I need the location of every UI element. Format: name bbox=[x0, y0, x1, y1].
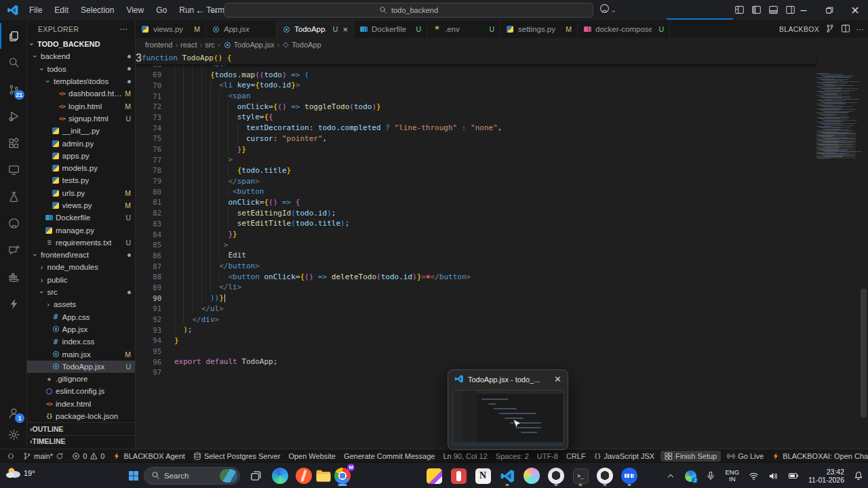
tab-docker-compose-yml[interactable]: docker-compose.ymlU bbox=[578, 20, 670, 38]
tree-item-assets[interactable]: ›assets bbox=[27, 298, 135, 310]
code-line[interactable]: 89</li> bbox=[136, 282, 814, 293]
tree-item-dashboard-html[interactable]: <>dashboard.htmlM bbox=[27, 87, 135, 100]
code-line[interactable]: 69{todos.map((todo) => ( bbox=[136, 69, 814, 80]
toggle-panel-icon[interactable] bbox=[768, 5, 778, 18]
section-timeline[interactable]: ›TIMELINE bbox=[27, 435, 135, 447]
pull-request-icon[interactable] bbox=[825, 24, 835, 35]
battery-icon[interactable] bbox=[783, 463, 804, 488]
code-line[interactable]: 72onClick={() => toggleTodo(todo)} bbox=[136, 101, 814, 112]
code-line[interactable]: 80<button bbox=[136, 186, 814, 197]
code-line[interactable]: 94} bbox=[136, 336, 814, 346]
status-item-finish-setup[interactable]: Finish Setup bbox=[660, 451, 721, 462]
tree-item-apps-py[interactable]: apps.py bbox=[27, 150, 135, 162]
tree-item-templates-todos[interactable]: ›templates\todos bbox=[27, 75, 135, 87]
preview-thumbnail[interactable] bbox=[452, 390, 564, 445]
activity-extensions-icon[interactable] bbox=[0, 130, 27, 156]
tree-item-package-lock-json[interactable]: {}package-lock.json bbox=[27, 410, 135, 422]
taskbar-app-red-icon[interactable] bbox=[448, 466, 469, 486]
tree-item-login-html[interactable]: <>login.htmlM bbox=[27, 100, 135, 112]
taskbar-opera-icon[interactable] bbox=[294, 466, 314, 486]
code-line[interactable]: 87</button> bbox=[136, 261, 814, 272]
menu-file[interactable]: File bbox=[23, 0, 48, 20]
status-item-ln-90-col-12[interactable]: Ln 90, Col 12 bbox=[439, 449, 491, 462]
tree-root[interactable]: › TODO_BACKEND bbox=[27, 38, 135, 50]
taskbar-app-circle-b-icon[interactable] bbox=[595, 466, 615, 486]
activity-source-control-icon[interactable]: 21 bbox=[0, 77, 27, 102]
activity-search-icon[interactable] bbox=[0, 50, 27, 76]
tree-item-frontend-react[interactable]: ›frontend\react bbox=[27, 249, 135, 261]
tab-dockerfile[interactable]: DockerfileU bbox=[354, 20, 427, 38]
taskbar-search-box[interactable]: Search bbox=[144, 467, 240, 485]
tree-item-todos[interactable]: ›todos bbox=[27, 63, 135, 75]
code-line[interactable]: 79</span> bbox=[136, 176, 814, 186]
code-line[interactable]: 96export default TodoApp; bbox=[136, 357, 814, 367]
status-item-crlf[interactable]: CRLF bbox=[562, 449, 590, 462]
code-line[interactable]: 91</ul> bbox=[136, 304, 814, 314]
code-line[interactable]: 78{todo.title} bbox=[136, 165, 814, 176]
menu-edit[interactable]: Edit bbox=[48, 0, 75, 20]
taskbar-app-yellow-icon[interactable] bbox=[424, 466, 444, 486]
explorer-more-actions-icon[interactable]: ⋯ bbox=[119, 24, 128, 34]
editor-more-actions-icon[interactable]: ⋯ bbox=[856, 25, 864, 34]
activity-settings-icon[interactable] bbox=[0, 422, 27, 447]
tree-item-models-py[interactable]: models.py bbox=[27, 162, 135, 174]
status-item-0[interactable]: 00 bbox=[68, 449, 108, 462]
tree-item-public[interactable]: ›public bbox=[27, 274, 135, 286]
tree-item-signup-html[interactable]: <>signup.htmlU bbox=[27, 113, 135, 125]
code-line[interactable]: 95 bbox=[136, 346, 814, 357]
code-line[interactable]: 81onClick={() => { bbox=[136, 197, 814, 208]
code-line[interactable]: 77> bbox=[136, 155, 814, 165]
status-item-main-[interactable]: main* bbox=[19, 449, 68, 462]
code-line[interactable]: 70<li key={todo.id}> bbox=[136, 80, 814, 91]
code-line[interactable]: 92</div> bbox=[136, 314, 814, 325]
activity-testing-icon[interactable] bbox=[0, 184, 27, 209]
status-item-go-live[interactable]: Go Live bbox=[723, 449, 768, 462]
taskbar-edge-icon[interactable] bbox=[270, 466, 290, 486]
code-line[interactable]: 93); bbox=[136, 325, 814, 336]
language-indicator[interactable]: ENGIN bbox=[720, 463, 744, 488]
code-line[interactable]: 76}} bbox=[136, 144, 814, 155]
code-line[interactable]: 82setEditingId(todo.id); bbox=[136, 207, 814, 218]
taskbar-app-circle-a-icon[interactable] bbox=[546, 466, 566, 486]
tree-item-admin-py[interactable]: admin.py bbox=[27, 137, 135, 149]
taskbar-copilot-icon[interactable] bbox=[521, 466, 542, 486]
status-item-utf-8[interactable]: UTF-8 bbox=[533, 449, 562, 462]
activity-chat-icon[interactable] bbox=[0, 237, 27, 263]
code-line[interactable]: 84}} bbox=[136, 229, 814, 240]
activity-explorer-icon[interactable] bbox=[0, 23, 27, 49]
hidden-icons-chevron[interactable] bbox=[661, 463, 680, 488]
code-line[interactable]: 71<span bbox=[136, 91, 814, 102]
tree-item-node-modules[interactable]: ›node_modules bbox=[27, 261, 135, 273]
tab-app-jsx[interactable]: App.jsx bbox=[206, 20, 277, 38]
code-line[interactable]: 73style={{ bbox=[136, 112, 814, 123]
forward-arrow-icon[interactable]: → bbox=[210, 0, 219, 20]
tree-item-tests-py[interactable]: tests.py bbox=[27, 174, 135, 186]
tree-item-requirements-txt[interactable]: ≡requirements.txtU bbox=[27, 237, 135, 249]
menu-selection[interactable]: Selection bbox=[75, 0, 120, 20]
weather-widget[interactable]: 19° bbox=[5, 465, 35, 481]
taskbar-docker-icon[interactable] bbox=[619, 466, 639, 486]
tree-item-backend[interactable]: ›backend bbox=[27, 50, 135, 62]
tree-item-manage-py[interactable]: manage.py bbox=[27, 224, 135, 236]
breadcrumb-item[interactable]: TodoApp.jsx bbox=[223, 41, 275, 49]
taskbar-terminal-icon[interactable]: >_ bbox=[570, 466, 591, 486]
tree-item-eslint-config-js[interactable]: eslint.config.js bbox=[27, 385, 135, 397]
breadcrumb-item[interactable]: react bbox=[180, 41, 197, 49]
tree-item-app-jsx[interactable]: App.jsx bbox=[27, 323, 135, 336]
status-item-spaces-2[interactable]: Spaces: 2 bbox=[492, 449, 533, 462]
activity-github-icon[interactable] bbox=[0, 211, 27, 237]
code-line[interactable]: 90))} bbox=[136, 293, 814, 304]
menu-view[interactable]: View bbox=[120, 0, 150, 20]
code-line[interactable]: 86Edit bbox=[136, 250, 814, 261]
tray-app-icon[interactable] bbox=[680, 463, 701, 488]
volume-icon[interactable] bbox=[764, 463, 783, 488]
status-item-open-website[interactable]: Open Website bbox=[284, 449, 340, 462]
section-outline[interactable]: ›OUTLINE bbox=[27, 422, 135, 434]
tree-item-app-css[interactable]: #App.css bbox=[27, 311, 135, 323]
status-item-blackbox-agent[interactable]: BLACKBOX Agent bbox=[108, 449, 189, 462]
notification-bell-icon[interactable] bbox=[849, 463, 868, 488]
microphone-icon[interactable] bbox=[701, 463, 720, 488]
activity-run-and-debug-icon[interactable] bbox=[0, 104, 27, 129]
close-window-button[interactable]: ✕ bbox=[842, 0, 868, 20]
tree-item-index-html[interactable]: <>index.html bbox=[27, 398, 135, 410]
